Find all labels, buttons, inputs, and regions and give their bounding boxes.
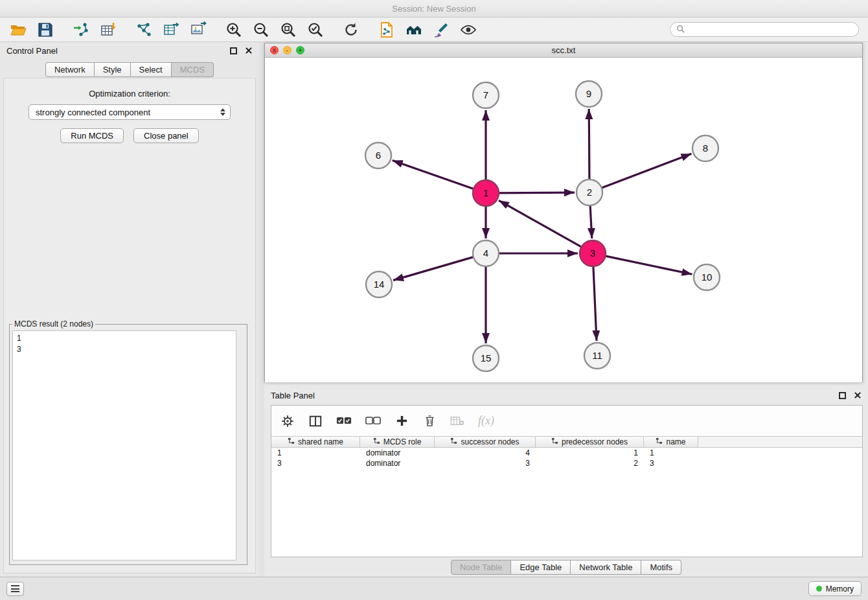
node-8[interactable]: 8: [692, 135, 718, 161]
edge-3-11[interactable]: [593, 266, 597, 341]
mcds-buttons-row: Run MCDS Close panel: [4, 128, 255, 143]
minimize-window-icon[interactable]: -: [283, 46, 291, 54]
tab-network[interactable]: Network: [45, 62, 95, 77]
show-columns-icon[interactable]: [308, 414, 323, 428]
node-14[interactable]: 14: [366, 271, 392, 297]
edge-2-8[interactable]: [602, 154, 692, 188]
tab-select[interactable]: Select: [131, 62, 172, 77]
import-network-from-file-icon[interactable]: [72, 21, 89, 38]
deselect-all-rows-icon[interactable]: [365, 414, 381, 428]
edge-2-9[interactable]: [589, 109, 589, 179]
network-canvas[interactable]: 7968124314101511: [265, 58, 862, 382]
delete-table-icon: [450, 414, 464, 428]
node-7[interactable]: 7: [473, 82, 499, 108]
panel-splitter[interactable]: [259, 42, 264, 577]
tab-motifs[interactable]: Motifs: [641, 560, 681, 575]
node-4[interactable]: 4: [473, 240, 499, 266]
node-11[interactable]: 11: [584, 343, 610, 369]
apply-preferred-style-icon[interactable]: [432, 21, 450, 38]
memory-button[interactable]: Memory: [808, 581, 862, 596]
node-15[interactable]: 15: [473, 345, 499, 371]
tab-edge-table[interactable]: Edge Table: [511, 560, 571, 575]
table-row[interactable]: 1dominator411: [271, 448, 862, 458]
zoom-fit-content-icon[interactable]: [279, 21, 297, 38]
status-bar: Memory: [0, 577, 868, 600]
new-network-table-icon[interactable]: [162, 21, 179, 38]
column-header-predecessor-nodes[interactable]: predecessor nodes: [536, 437, 644, 447]
svg-text:2: 2: [587, 187, 592, 198]
close-window-icon[interactable]: x: [270, 46, 279, 54]
column-tree-icon: [288, 437, 295, 446]
show-panels-button[interactable]: [6, 582, 24, 596]
svg-text:10: 10: [702, 271, 713, 283]
float-table-panel-icon[interactable]: [839, 392, 846, 399]
table-cell: dominator: [360, 448, 435, 458]
zoom-selected-region-icon[interactable]: [306, 21, 324, 38]
node-6[interactable]: 6: [365, 143, 391, 168]
column-header-label: shared name: [298, 437, 343, 446]
edge-4-14[interactable]: [393, 257, 474, 281]
search-box[interactable]: [670, 22, 859, 37]
close-panel-button[interactable]: Close panel: [133, 128, 199, 143]
tab-node-table[interactable]: Node Table: [451, 560, 512, 575]
tab-network-table[interactable]: Network Table: [571, 560, 641, 575]
svg-text:3: 3: [590, 248, 595, 259]
save-session-icon[interactable]: [36, 21, 54, 38]
column-header-MCDS-role[interactable]: MCDS role: [360, 437, 435, 447]
search-icon: [676, 25, 685, 35]
column-tree-icon: [551, 437, 558, 446]
edge-1-2[interactable]: [499, 192, 575, 193]
open-session-icon[interactable]: [9, 21, 27, 38]
tab-mcds[interactable]: MCDS: [172, 62, 214, 77]
float-panel-icon[interactable]: [230, 47, 237, 54]
tab-style[interactable]: Style: [95, 62, 131, 77]
new-network-icon[interactable]: [135, 21, 152, 38]
node-9[interactable]: 9: [576, 81, 602, 107]
result-line: 1: [17, 333, 232, 344]
column-tree-icon: [656, 437, 663, 446]
edge-3-1[interactable]: [499, 200, 582, 247]
titlebar: Session: New Session: [0, 0, 868, 17]
table-row[interactable]: 3dominator323: [271, 458, 862, 468]
first-neighbors-icon[interactable]: [405, 21, 422, 38]
column-header-label: predecessor nodes: [562, 437, 628, 446]
delete-selected-rows-icon[interactable]: [422, 414, 437, 428]
svg-text:6: 6: [376, 150, 381, 161]
zoom-in-icon[interactable]: [225, 21, 242, 38]
show-hide-graphics-details-icon[interactable]: [459, 21, 477, 38]
node-10[interactable]: 10: [694, 264, 720, 290]
mcds-result-box: MCDS result (2 nodes) 13: [9, 319, 247, 565]
close-control-panel-icon[interactable]: [245, 47, 253, 54]
close-table-panel-icon[interactable]: [854, 391, 862, 399]
edge-3-10[interactable]: [606, 256, 692, 274]
search-input[interactable]: [688, 25, 852, 34]
node-3[interactable]: 3: [580, 240, 606, 266]
table-panel: Table Panel f(x) shared nameMCDS rolesuc…: [264, 387, 868, 577]
copy-network-icon[interactable]: [378, 21, 395, 38]
select-all-rows-icon[interactable]: [336, 414, 352, 428]
criterion-dropdown[interactable]: strongly connected component: [29, 104, 231, 120]
column-header-successor-nodes[interactable]: successor nodes: [435, 437, 536, 447]
refresh-network-view-icon[interactable]: [342, 21, 360, 38]
node-1[interactable]: 1: [473, 180, 499, 206]
run-mcds-button[interactable]: Run MCDS: [60, 128, 124, 143]
edge-1-6[interactable]: [393, 161, 474, 189]
column-header-shared-name[interactable]: shared name: [271, 437, 360, 447]
network-window-titlebar[interactable]: scc.txt x-+: [265, 43, 862, 58]
zoom-window-icon[interactable]: +: [296, 46, 304, 54]
zoom-out-icon[interactable]: [252, 21, 269, 38]
node-table-header: shared nameMCDS rolesuccessor nodesprede…: [271, 436, 862, 448]
edge-2-3[interactable]: [590, 205, 592, 238]
add-row-icon[interactable]: [394, 414, 409, 428]
table-options-icon[interactable]: [280, 414, 295, 428]
import-table-from-file-icon[interactable]: [99, 21, 117, 38]
table-cell: 3: [435, 458, 536, 468]
svg-text:9: 9: [586, 88, 591, 99]
main-toolbar: [0, 17, 868, 42]
node-2[interactable]: 2: [577, 179, 602, 205]
column-header-name[interactable]: name: [644, 437, 698, 447]
table-panel-tabs: Node TableEdge TableNetwork TableMotifs: [264, 560, 868, 575]
optimization-criterion-label: Optimization criterion:: [4, 89, 255, 98]
dropdown-arrows-icon: [220, 108, 225, 116]
export-image-icon[interactable]: [189, 21, 207, 38]
